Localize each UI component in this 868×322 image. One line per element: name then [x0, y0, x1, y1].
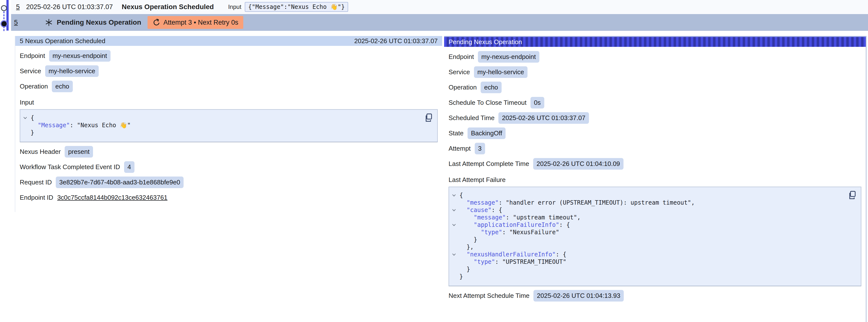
- input-code-block: { "Message": "Nexus Echo 👋"}: [20, 109, 438, 142]
- field-row-request-id: Request ID3e829b7e-7d67-4b08-aad3-b1e868…: [20, 176, 438, 188]
- field-value-badge: my-hello-service: [474, 66, 528, 78]
- field-row-operation: Operationecho: [20, 80, 438, 92]
- right-fields-bottom: Next Attempt Schedule Time2025-02-26 UTC…: [448, 290, 861, 301]
- field-value-badge: 0s: [530, 97, 544, 108]
- field-value-badge: echo: [52, 80, 72, 92]
- code-text: }: [459, 236, 477, 243]
- collapse-chevron-icon[interactable]: [452, 251, 459, 258]
- code-line: }: [452, 273, 844, 280]
- timeline-dashed-line: [3, 8, 4, 31]
- copy-icon: [425, 113, 433, 122]
- right-panel-title: Pending Nexus Operation: [448, 38, 522, 46]
- field-row-operation: Operationecho: [448, 82, 861, 93]
- code-text: }: [31, 129, 34, 136]
- field-label: State: [448, 129, 464, 137]
- panel-nexus-operation-scheduled: 5 Nexus Operation Scheduled 2025-02-26 U…: [15, 36, 442, 212]
- field-row-last-attempt-complete-time: Last Attempt Complete Time2025-02-26 UTC…: [448, 158, 861, 170]
- collapse-chevron-icon[interactable]: [452, 206, 459, 214]
- field-label: Next Attempt Schedule Time: [448, 292, 529, 299]
- left-panel-header: 5 Nexus Operation Scheduled 2025-02-26 U…: [15, 36, 442, 46]
- field-label: Endpoint: [20, 52, 45, 60]
- code-text: }: [459, 265, 470, 273]
- left-panel-title: 5 Nexus Operation Scheduled: [20, 37, 105, 45]
- input-payload-chip: {"Message":"Nexus Echo 👋"}: [245, 2, 348, 12]
- field-label: Nexus Header: [20, 148, 61, 156]
- field-label: Service: [20, 67, 41, 75]
- collapse-chevron-icon[interactable]: [452, 221, 459, 229]
- field-value-badge: 2025-02-26 UTC 01:04:13.93: [533, 290, 624, 301]
- timeline-node-open-icon: [1, 5, 7, 11]
- code-line: }: [452, 236, 844, 243]
- code-gutter: [452, 243, 459, 251]
- field-row-endpoint-id: Endpoint ID3c0c75ccfa8144b092c13ce632463…: [20, 192, 438, 203]
- event-row-pending-selected[interactable]: 5 Pending Nexus Operation Attempt 3 • Ne…: [11, 14, 868, 31]
- field-label: Service: [448, 68, 470, 76]
- timeline-node-current-icon: [1, 21, 7, 26]
- field-label: Request ID: [20, 179, 52, 186]
- field-label: Operation: [448, 84, 477, 91]
- field-value-badge: my-nexus-endpoint: [478, 51, 539, 63]
- retry-icon: [153, 19, 160, 26]
- field-row-nexus-header: Nexus Headerpresent: [20, 146, 438, 158]
- field-row-workflow-task-completed-event-id: Workflow Task Completed Event ID4: [20, 161, 438, 173]
- copy-icon: [848, 191, 857, 199]
- event-id-link[interactable]: 5: [14, 19, 18, 26]
- field-value-link[interactable]: 3c0c75ccfa8144b092c13ce632463761: [57, 192, 167, 203]
- field-label: Schedule To Close Timeout: [448, 99, 527, 106]
- field-label: Attempt: [448, 145, 471, 152]
- right-panel-header: Pending Nexus Operation: [444, 36, 866, 47]
- code-gutter: [452, 265, 459, 273]
- code-gutter: [452, 258, 459, 265]
- code-line: "message": "handler error (UPSTREAM_TIME…: [452, 199, 844, 206]
- field-label: Last Attempt Complete Time: [448, 160, 529, 168]
- retry-badge-text: Attempt 3 • Next Retry 0s: [163, 19, 238, 26]
- event-row-scheduled[interactable]: 5 2025-02-26 UTC 01:03:37.07 Nexus Opera…: [11, 0, 868, 14]
- field-value-badge: my-hello-service: [45, 65, 99, 77]
- code-line: "message": "upstream timeout",: [452, 214, 844, 221]
- code-gutter: [452, 199, 459, 206]
- field-value-badge: my-nexus-endpoint: [49, 50, 111, 62]
- field-row-service: Servicemy-hello-service: [448, 66, 861, 78]
- code-line: }: [452, 265, 844, 273]
- field-row-attempt: Attempt3: [448, 143, 861, 154]
- code-text: {: [459, 192, 463, 199]
- collapse-chevron-icon[interactable]: [452, 192, 459, 199]
- field-label: Operation: [20, 83, 48, 90]
- field-value-badge: 4: [124, 161, 134, 173]
- field-value-badge: BackingOff: [468, 127, 506, 139]
- code-text: },: [459, 243, 474, 251]
- event-title: Nexus Operation Scheduled: [122, 3, 214, 11]
- event-id-link[interactable]: 5: [16, 3, 20, 11]
- copy-button[interactable]: [425, 113, 433, 123]
- right-fields-top: Endpointmy-nexus-endpointServicemy-hello…: [448, 51, 861, 170]
- code-text: "nexusHandlerFailureInfo": {: [459, 251, 566, 258]
- pending-asterisk-icon: [45, 19, 53, 26]
- event-title: Pending Nexus Operation: [57, 19, 141, 26]
- field-row-endpoint: Endpointmy-nexus-endpoint: [20, 50, 438, 62]
- code-gutter: [23, 122, 31, 129]
- code-text: "message": "upstream timeout",: [459, 214, 581, 221]
- copy-button[interactable]: [848, 191, 857, 200]
- input-section-label: Input: [20, 99, 438, 106]
- input-inline-label: Input: [228, 3, 241, 10]
- code-line: }: [23, 129, 420, 136]
- left-fields-bottom: Nexus HeaderpresentWorkflow Task Complet…: [20, 146, 438, 203]
- code-line: "cause": {: [452, 206, 844, 214]
- code-gutter: [452, 229, 459, 236]
- collapse-chevron-icon[interactable]: [23, 114, 31, 122]
- code-gutter: [452, 214, 459, 221]
- code-line: },: [452, 243, 844, 251]
- code-line: "applicationFailureInfo": {: [452, 221, 844, 229]
- panel-pending-nexus-operation: Pending Nexus Operation Endpointmy-nexus…: [444, 36, 867, 322]
- code-text: "type": "UPSTREAM_TIMEOUT": [459, 258, 566, 265]
- retry-status-badge: Attempt 3 • Next Retry 0s: [148, 16, 243, 29]
- code-text: "message": "handler error (UPSTREAM_TIME…: [459, 199, 695, 206]
- code-gutter: [23, 129, 31, 136]
- event-timestamp: 2025-02-26 UTC 01:03:37.07: [26, 3, 113, 11]
- code-text: "applicationFailureInfo": {: [459, 221, 570, 229]
- failure-code-block: { "message": "handler error (UPSTREAM_TI…: [448, 187, 861, 286]
- field-value-badge: 3: [475, 143, 485, 154]
- field-value-badge: 2025-02-26 UTC 01:03:37.07: [498, 112, 589, 124]
- code-text: "cause": {: [459, 206, 502, 214]
- field-row-service: Servicemy-hello-service: [20, 65, 438, 77]
